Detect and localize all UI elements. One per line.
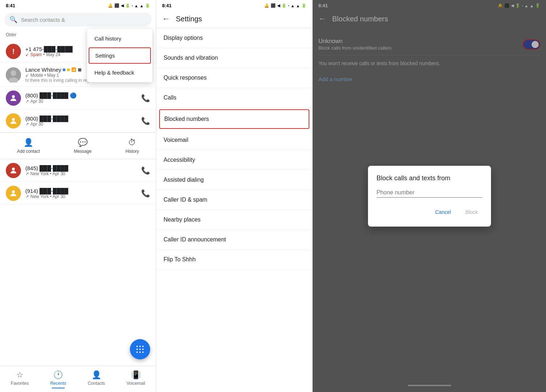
settings-header: ← Settings <box>156 10 312 28</box>
s2-wifi-icon: ▲ <box>291 4 295 8</box>
history-button[interactable]: ⏱ History <box>120 136 145 155</box>
status-icons-2: 🔔 ⬛ ◀ 🔋 • ▲ ▲ 🔋 <box>264 3 306 8</box>
battery-icon: 🔋 <box>125 3 130 8</box>
call-phone-icon-6[interactable]: 📞 <box>141 189 150 198</box>
contacts-label: Contacts <box>88 381 105 386</box>
call-name-800b: (800) ███-████ <box>25 115 137 122</box>
call-item-845[interactable]: (845) ███-████ ↗ New York • Apr 30 📞 <box>0 159 156 182</box>
search-input[interactable]: Search contacts & <box>21 17 65 23</box>
cancel-button[interactable]: Cancel <box>431 206 456 218</box>
nav-recents[interactable]: 🕐 Recents <box>46 370 71 389</box>
s2-notif-icon: 🔔 <box>264 3 269 8</box>
cast-icon: ⬛ <box>114 3 119 8</box>
block-button[interactable]: Block <box>461 206 482 218</box>
dropdown-call-history[interactable]: Call history <box>87 30 152 47</box>
avatar-800a <box>6 90 21 106</box>
google-badge <box>63 68 65 71</box>
status-bar-1: 8:41 🔔 ⬛ ◀ 🔋 • ▲ ▲ 🔋 <box>0 0 156 10</box>
nav-voicemail[interactable]: 📳 Voicemail <box>122 370 149 389</box>
avatar-spam: ! <box>6 44 21 59</box>
settings-list: Display options Sounds and vibration Qui… <box>156 28 312 270</box>
loc-914: New York • Apr 30 <box>30 194 65 199</box>
call-name-845: (845) ███-████ <box>25 165 137 171</box>
dropdown-help[interactable]: Help & feedback <box>87 64 152 81</box>
settings-back-button[interactable]: ← <box>162 14 170 24</box>
settings-nearby-places[interactable]: Nearby places <box>156 210 312 230</box>
dialog-input-container <box>377 189 482 198</box>
wifi-icon: ▲ <box>134 4 138 8</box>
phone-number-input[interactable] <box>377 189 482 196</box>
dialog-actions: Cancel Block <box>377 206 482 218</box>
s2-battery-icon: 🔋 <box>282 3 287 8</box>
arrow-800b: ↗ <box>25 122 29 127</box>
call-phone-icon-5[interactable]: 📞 <box>141 166 150 175</box>
call-info-914: (914) ███-████ ↗ New York • Apr 30 <box>25 188 137 199</box>
recents-icon: 🕐 <box>53 370 63 380</box>
settings-calls[interactable]: Calls <box>156 88 312 108</box>
message-label: Message <box>74 149 92 154</box>
settings-sounds[interactable]: Sounds and vibration <box>156 48 312 68</box>
svg-rect-11 <box>139 349 141 350</box>
date-800b: Apr 30 <box>30 122 43 127</box>
fab-dialpad[interactable] <box>130 339 150 359</box>
s2-signal-icon: ◀ <box>277 3 280 8</box>
status-time-2: 8:41 <box>162 3 172 8</box>
call-item-800b[interactable]: (800) ███-████ ↗ Apr 30 📞 <box>0 110 156 132</box>
settings-display-options[interactable]: Display options <box>156 28 312 48</box>
avatar-lance <box>6 67 21 83</box>
settings-panel: 8:41 🔔 ⬛ ◀ 🔋 • ▲ ▲ 🔋 ← Settings Display … <box>156 0 313 392</box>
settings-blocked-numbers[interactable]: Blocked numbers <box>159 109 309 129</box>
bottom-nav: ☆ Favorites 🕐 Recents 👤 Contacts 📳 Voice… <box>0 366 156 392</box>
message-button[interactable]: 💬 Message <box>68 136 97 155</box>
s2-battery2-icon: 🔋 <box>301 3 306 8</box>
block-dialog: Block calls and texts from Cancel Block <box>368 166 491 227</box>
settings-caller-id-announcement[interactable]: Caller ID announcement <box>156 230 312 250</box>
settings-flip-to-shhh[interactable]: Flip To Shhh <box>156 250 312 270</box>
blocked-numbers-panel: 8:41 🔔 ⬛ ◀ 🔋 • ▲ ▲ 🔋 ← Blocked numbers U… <box>313 0 546 392</box>
call-phone-icon-3[interactable]: 📞 <box>141 94 150 102</box>
spam-date: May 24 <box>46 52 60 57</box>
dot-icon: • <box>132 4 133 7</box>
call-item-800a[interactable]: (800) ███-████ 🔵 ↗ Apr 30 📞 <box>0 87 156 110</box>
settings-assisted-dialing[interactable]: Assisted dialing <box>156 170 312 190</box>
spam-arrow: ↙ <box>25 52 29 57</box>
status-icons-1: 🔔 ⬛ ◀ 🔋 • ▲ ▲ 🔋 <box>108 3 150 8</box>
spam-label: Spam <box>30 52 42 57</box>
nav-favorites[interactable]: ☆ Favorites <box>7 370 33 389</box>
dropdown-settings[interactable]: Settings <box>89 47 151 64</box>
search-bar[interactable]: 🔍 Search contacts & <box>4 13 152 26</box>
loc-845: New York • Apr 30 <box>30 171 65 176</box>
call-info-800b: (800) ███-████ ↗ Apr 30 <box>25 115 137 127</box>
call-sub-800a: ↗ Apr 30 <box>25 99 137 104</box>
favorites-label: Favorites <box>11 381 29 386</box>
favorites-icon: ☆ <box>16 370 24 380</box>
nav-contacts[interactable]: 👤 Contacts <box>84 370 109 389</box>
signal-icon: ◀ <box>121 3 124 8</box>
svg-point-3 <box>12 95 15 98</box>
svg-point-4 <box>12 118 15 121</box>
phone-panel: 8:41 🔔 ⬛ ◀ 🔋 • ▲ ▲ 🔋 🔍 Search contacts &… <box>0 0 156 392</box>
dialog-title: Block calls and texts from <box>377 174 482 182</box>
history-label: History <box>126 149 139 154</box>
arrow-845: ↗ <box>25 171 29 176</box>
add-contact-button[interactable]: 👤 Add contact <box>11 136 46 155</box>
settings-title: Settings <box>176 15 202 23</box>
settings-voicemail[interactable]: Voicemail <box>156 130 312 150</box>
svg-rect-8 <box>139 346 141 347</box>
settings-quick-responses[interactable]: Quick responses <box>156 68 312 88</box>
sim-badge: ▦ <box>78 67 81 72</box>
call-name-lance: Lance Whitney <box>25 67 61 73</box>
settings-caller-id-spam[interactable]: Caller ID & spam <box>156 190 312 210</box>
status-time-1: 8:41 <box>6 3 15 8</box>
settings-accessibility[interactable]: Accessibility <box>156 150 312 170</box>
call-sub-914: ↗ New York • Apr 30 <box>25 194 137 199</box>
svg-rect-7 <box>136 346 138 347</box>
signal2-icon: ▲ <box>140 4 144 8</box>
svg-rect-13 <box>136 351 138 353</box>
call-item-914[interactable]: (914) ███-████ ↗ New York • Apr 30 📞 <box>0 182 156 205</box>
arrow-914: ↗ <box>25 194 29 199</box>
action-bar: 👤 Add contact 💬 Message ⏱ History <box>0 132 156 159</box>
call-phone-icon-4[interactable]: 📞 <box>141 117 150 125</box>
call-info-845: (845) ███-████ ↗ New York • Apr 30 <box>25 165 137 176</box>
contacts-icon: 👤 <box>92 370 101 380</box>
